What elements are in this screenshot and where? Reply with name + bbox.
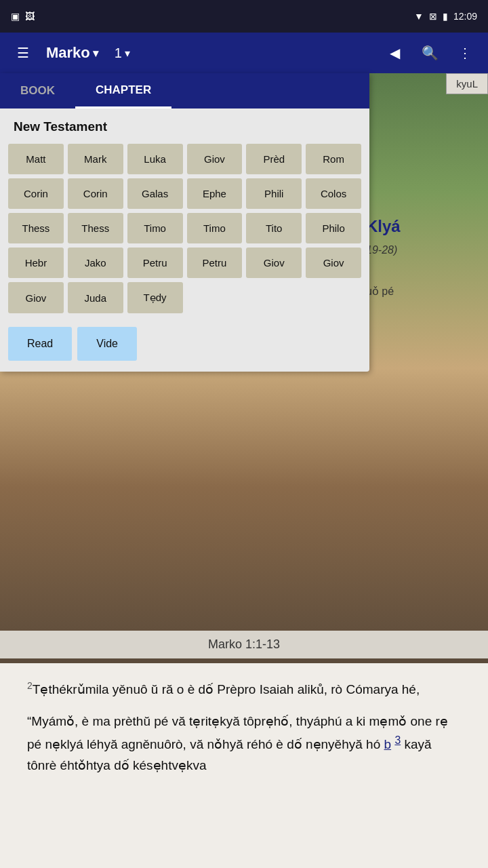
- battery-icon: ▮: [443, 11, 448, 22]
- book-btn-giov-23[interactable]: Giov: [306, 248, 361, 278]
- book-btn-giov-24[interactable]: Giov: [8, 282, 64, 313]
- book-btn-timo-15[interactable]: Timo: [187, 213, 243, 243]
- tab-chapter[interactable]: CHAPTER: [75, 73, 171, 108]
- chapter-number: 1: [115, 45, 122, 61]
- book-title[interactable]: Marko ▾: [46, 44, 98, 62]
- read-button[interactable]: Read: [8, 327, 72, 361]
- toolbar: ☰ Marko ▾ 1 ▾ ◀ 🔍 ⋮: [0, 33, 488, 73]
- book-btn-galas-8[interactable]: Galas: [127, 178, 183, 209]
- tab-book[interactable]: BOOK: [0, 73, 75, 108]
- book-dropdown-icon: ▾: [93, 47, 98, 60]
- book-btn-rom-5[interactable]: Rom: [306, 144, 361, 174]
- book-btn-petru-21[interactable]: Petru: [187, 248, 243, 278]
- book-btn-juda-25[interactable]: Juda: [68, 282, 123, 313]
- book-btn-hebr-18[interactable]: Hebr: [8, 248, 64, 278]
- verse-number: 2: [27, 680, 33, 691]
- menu-button[interactable]: ☰: [11, 41, 35, 65]
- book-btn-mark-1[interactable]: Mark: [68, 144, 123, 174]
- chapter-selector[interactable]: 1 ▾: [115, 45, 130, 61]
- wifi-icon: ▼: [414, 11, 424, 22]
- action-buttons: Read Vide: [0, 319, 369, 372]
- book-name: Marko: [46, 44, 90, 62]
- book-btn-prèd-4[interactable]: Prèd: [246, 144, 302, 174]
- more-icon: ⋮: [458, 45, 472, 61]
- book-btn-philo-17[interactable]: Philo: [306, 213, 361, 243]
- kyul-badge[interactable]: kyuL: [446, 73, 488, 94]
- book-btn-tito-16[interactable]: Tito: [246, 213, 302, 243]
- book-btn-corin-7[interactable]: Corin: [68, 178, 123, 209]
- book-btn-thess-13[interactable]: Thess: [68, 213, 123, 243]
- mute-icon: ◀: [390, 45, 400, 61]
- verse-text: Tẹthékrǔmila yěnuô ŭ ră o è dố Prèpro Is…: [33, 682, 420, 696]
- tab-bar: BOOK CHAPTER: [0, 73, 369, 108]
- book-btn-matt-0[interactable]: Matt: [8, 144, 64, 174]
- nosim-icon: ⊠: [429, 11, 437, 22]
- book-grid: MattMarkLukaGiovPrèdRomCorinCorinGalasEp…: [0, 141, 369, 319]
- bg-text-kly: Klyá: [366, 217, 401, 236]
- search-button[interactable]: 🔍: [418, 41, 442, 65]
- book-btn-thess-12[interactable]: Thess: [8, 213, 64, 243]
- book-btn-giov-3[interactable]: Giov: [187, 144, 243, 174]
- book-btn-ephe-9[interactable]: Ephe: [187, 178, 243, 209]
- status-left: ▣ 🖼: [11, 11, 35, 22]
- tab-book-label: BOOK: [20, 84, 55, 98]
- photo-icon: 🖼: [25, 11, 35, 22]
- signal-icon: ▣: [11, 11, 20, 22]
- book-btn-tẹdy-26[interactable]: Tẹdy: [127, 282, 183, 313]
- more-button[interactable]: ⋮: [453, 41, 477, 65]
- book-btn-luka-2[interactable]: Luka: [127, 144, 183, 174]
- book-btn-corin-6[interactable]: Corin: [8, 178, 64, 209]
- book-btn-jako-19[interactable]: Jako: [68, 248, 123, 278]
- book-btn-timo-14[interactable]: Timo: [127, 213, 183, 243]
- book-btn-phili-10[interactable]: Phili: [246, 178, 302, 209]
- book-btn-petru-20[interactable]: Petru: [127, 248, 183, 278]
- hamburger-icon: ☰: [17, 45, 29, 61]
- status-right: ▼ ⊠ ▮ 12:09: [414, 11, 477, 22]
- reference-text: Marko 1:1-13: [208, 637, 280, 651]
- status-bar: ▣ 🖼 ▼ ⊠ ▮ 12:09: [0, 0, 488, 33]
- link-num[interactable]: 3: [394, 734, 401, 746]
- book-chapter-panel: BOOK CHAPTER New Testament MattMarkLukaG…: [0, 73, 369, 372]
- testament-header: New Testament: [0, 108, 369, 141]
- chapter-dropdown-icon: ▾: [125, 47, 130, 60]
- vide-button[interactable]: Vide: [77, 327, 137, 361]
- time-display: 12:09: [453, 11, 477, 22]
- book-btn-giov-22[interactable]: Giov: [246, 248, 302, 278]
- link-b[interactable]: b: [384, 737, 392, 751]
- reference-bar: Marko 1:1-13: [0, 631, 488, 658]
- book-btn-colos-11[interactable]: Colos: [306, 178, 361, 209]
- search-icon: 🔍: [422, 45, 439, 61]
- bg-text-verse: 19-28): [366, 244, 397, 256]
- bg-text-pep: uǒ pé: [366, 285, 394, 298]
- bible-text: 2Tẹthékrǔmila yěnuô ŭ ră o è dố Prèpro I…: [0, 665, 488, 789]
- mute-button[interactable]: ◀: [382, 41, 407, 65]
- tab-chapter-label: CHAPTER: [96, 83, 151, 97]
